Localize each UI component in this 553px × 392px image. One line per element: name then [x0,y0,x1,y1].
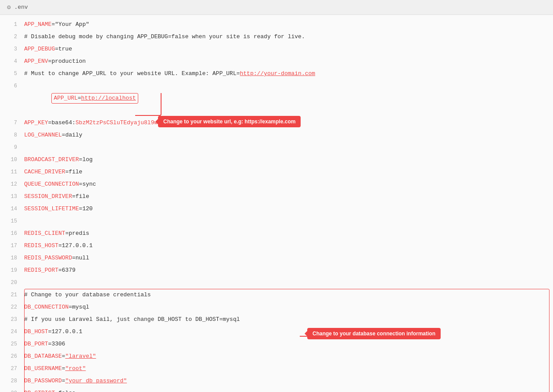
line-content: DB_PASSWORD="your_db_password" [24,375,549,387]
line-number: 14 [0,203,24,215]
line-number: 17 [0,240,24,252]
line-number: 1 [0,18,24,31]
line-number: 11 [0,166,24,178]
code-line: 28 DB_PASSWORD="your_db_password" [0,375,549,387]
db-annotation: Change to your database connection infor… [307,328,441,339]
db-block: 21 # Change to your database credentials… [0,289,549,392]
code-line: 13 SESSION_DRIVER=file [0,191,553,203]
code-line: 22 DB_CONNECTION=mysql [0,301,549,313]
line-content: LOG_CHANNEL=daily [24,129,553,141]
line-content: DB_PORT=3306 [24,338,549,350]
line-number: 3 [0,43,24,55]
line-content: SESSION_LIFETIME=120 [24,203,553,215]
line-content: REDIS_CLIENT=predis [24,227,553,240]
code-line: 4 APP_ENV=production [0,55,553,68]
code-line: 21 # Change to your database credentials [0,289,549,301]
line-number: 26 [0,350,24,363]
file-title: .env [14,4,28,11]
code-line: 2 # Disable debug mode by changing APP_D… [0,31,553,43]
code-line: 11 CACHE_DRIVER=file [0,166,553,178]
code-container: 1 APP_NAME="Your App" 2 # Disable debug … [0,15,553,392]
code-line: 10 BROADCAST_DRIVER=log [0,154,553,166]
line-number: 29 [0,387,24,392]
line-content: CACHE_DRIVER=file [24,166,553,178]
line-number: 24 [0,326,24,338]
line-number: 15 [0,215,24,227]
code-line: 29 DB_STRICT=false [0,387,549,392]
line-content: REDIS_HOST=127.0.0.1 [24,240,553,252]
code-line: 1 APP_NAME="Your App" [0,18,553,31]
line-number: 6 [0,80,24,92]
line-content: # Change to your database credentials [24,289,549,301]
line-number: 21 [0,289,24,301]
line-content: DB_USERNAME="root" [24,363,549,375]
code-line: 16 REDIS_CLIENT=predis [0,227,553,240]
code-line: 18 REDIS_PASSWORD=null [0,252,553,264]
line-content: # Disable debug mode by changing APP_DEB… [24,31,553,43]
code-line: 3 APP_DEBUG=true [0,43,553,55]
line-number: 10 [0,154,24,166]
line-content: SESSION_DRIVER=file [24,191,553,203]
line-number: 23 [0,313,24,326]
line-number: 2 [0,31,24,43]
line-number: 13 [0,191,24,203]
line-content: REDIS_PORT=6379 [24,264,553,277]
line-number: 7 [0,117,24,129]
gear-icon: ⚙ [7,4,11,11]
line-number: 16 [0,227,24,240]
code-line: 20 [0,277,553,289]
line-number: 5 [0,68,24,80]
line-content: DB_CONNECTION=mysql [24,301,549,313]
line-content: DB_STRICT=false [24,387,549,392]
code-line: 15 [0,215,553,227]
line-content: DB_HOST=127.0.0.1 [24,326,549,338]
code-line: 9 [0,141,553,154]
url-highlight: APP_URL=http://localhost [51,93,138,104]
line-content: APP_URL=http://localhost [24,80,553,117]
line-content: # Must to change APP_URL to your website… [24,68,553,80]
line-number: 27 [0,363,24,375]
code-line: 27 DB_USERNAME="root" [0,363,549,375]
code-line: 8 LOG_CHANNEL=daily [0,129,553,141]
line-content: QUEUE_CONNECTION=sync [24,178,553,191]
line-content: REDIS_PASSWORD=null [24,252,553,264]
code-editor: ⚙ .env 1 APP_NAME="Your App" 2 # Disable… [0,0,553,392]
line-number: 8 [0,129,24,141]
code-line: 23 # If you use Laravel Sail, just chang… [0,313,549,326]
line-number: 18 [0,252,24,264]
code-line: 12 QUEUE_CONNECTION=sync [0,178,553,191]
line-content: # If you use Laravel Sail, just change D… [24,313,549,326]
line-number: 22 [0,301,24,313]
line-content: APP_ENV=production [24,55,553,68]
code-line: 24 DB_HOST=127.0.0.1 [0,326,549,338]
title-bar: ⚙ .env [0,0,553,15]
line-content: APP_DEBUG=true [24,43,553,55]
line-number: 28 [0,375,24,387]
line-number: 12 [0,178,24,191]
code-line: 5 # Must to change APP_URL to your websi… [0,68,553,80]
line-content: APP_NAME="Your App" [24,18,553,31]
code-line: 19 REDIS_PORT=6379 [0,264,553,277]
line-number: 9 [0,141,24,154]
code-line-highlighted: 6 APP_URL=http://localhost [0,80,553,117]
code-line: 14 SESSION_LIFETIME=120 [0,203,553,215]
line-number: 4 [0,55,24,68]
code-line: 17 REDIS_HOST=127.0.0.1 [0,240,553,252]
line-content: BROADCAST_DRIVER=log [24,154,553,166]
code-line: 25 DB_PORT=3306 [0,338,549,350]
line-content: DB_DATABASE="laravel" [24,350,549,363]
line-number: 19 [0,264,24,277]
line-number: 25 [0,338,24,350]
url-annotation: Change to your website url, e.g: https:/… [158,116,301,127]
line-number: 20 [0,277,24,289]
code-line: 26 DB_DATABASE="laravel" [0,350,549,363]
